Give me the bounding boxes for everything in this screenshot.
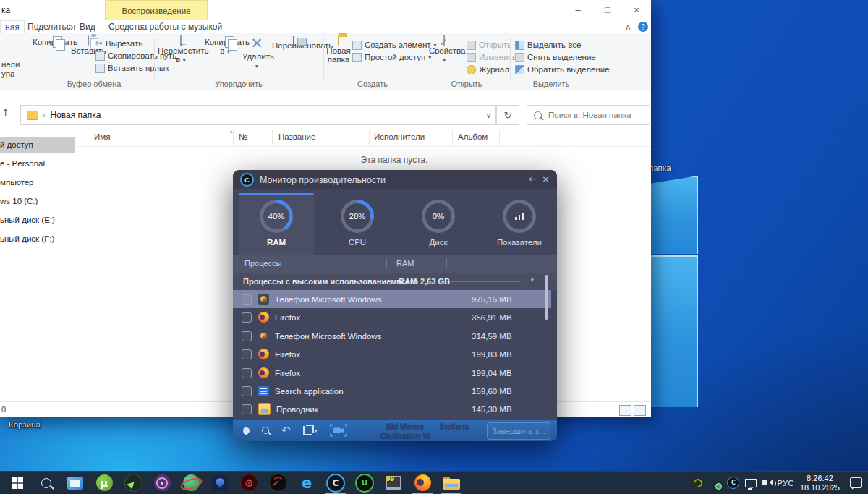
taskbar-game-icon[interactable]: [119, 472, 148, 494]
tab-home[interactable]: ная: [0, 20, 25, 34]
processes-column-header[interactable]: Процессы: [244, 259, 281, 268]
sidebar-item-this-pc[interactable]: мпьютер: [0, 174, 75, 190]
up-arrow-button[interactable]: ↑: [1, 107, 10, 119]
volume-tray-icon[interactable]: [762, 480, 767, 485]
search-input[interactable]: [547, 110, 637, 120]
taskbar-tor-icon[interactable]: [148, 472, 176, 494]
start-button[interactable]: [3, 472, 32, 494]
back-icon[interactable]: ←: [529, 174, 537, 184]
process-group-row[interactable]: Процессы с высоким использованием RAM вс…: [233, 273, 557, 290]
taskbar-shield-app-icon[interactable]: [205, 472, 234, 494]
taskbar-ie-icon[interactable]: e: [292, 472, 321, 494]
nvidia-tray-icon[interactable]: [692, 478, 704, 488]
checkbox[interactable]: [242, 349, 252, 359]
taskbar-firefox-icon[interactable]: [408, 472, 437, 494]
process-row[interactable]: Firefox356,91 MB: [233, 308, 551, 326]
process-row[interactable]: Search application159,60 MB: [233, 382, 551, 400]
pin-icon[interactable]: [242, 426, 251, 435]
checkbox[interactable]: [242, 294, 252, 305]
tab-cpu[interactable]: 28% CPU: [320, 193, 395, 255]
checkbox[interactable]: [242, 386, 252, 396]
taskbar-utorrent-icon[interactable]: µ: [90, 472, 119, 494]
minimize-button[interactable]: –: [566, 0, 590, 19]
address-dropdown-icon[interactable]: ∨: [486, 111, 491, 119]
group-collapse-icon[interactable]: ▾: [530, 276, 534, 284]
pin-to-quick-access-label-fragment[interactable]: нели упа: [1, 60, 20, 79]
edit-button[interactable]: Изменить: [467, 52, 516, 62]
process-row[interactable]: Телефон Microsoft Windows975,15 MB: [233, 290, 551, 308]
delete-button[interactable]: ✕ Удалить▾: [242, 36, 271, 71]
copy-to-button[interactable]: Копировать в ▾: [205, 36, 245, 56]
process-row[interactable]: Телефон Microsoft Windows314,59 MB: [233, 327, 551, 345]
search-box[interactable]: [527, 105, 650, 125]
column-header-title[interactable]: Название: [278, 132, 315, 141]
sidebar-item-drive-c[interactable]: ws 10 (C:): [0, 193, 75, 209]
refresh-button[interactable]: ↻: [496, 105, 519, 125]
contextual-tab-header-playback[interactable]: Воспроизведение: [105, 0, 208, 21]
checkbox[interactable]: [242, 331, 252, 341]
process-row[interactable]: Firefox199,04 MB: [233, 364, 551, 382]
address-bar[interactable]: › Новая папка ∨: [20, 105, 496, 125]
rename-button[interactable]: Переименовать: [272, 36, 323, 50]
monitor-titlebar[interactable]: C Монитор производительности ← ×: [233, 170, 557, 189]
action-center-icon[interactable]: [850, 477, 862, 488]
select-all-button[interactable]: Выделить все: [515, 40, 581, 50]
language-indicator[interactable]: РУС: [777, 479, 794, 487]
taskbar-ccleaner-icon[interactable]: C: [321, 472, 350, 494]
thumbnail-view-button[interactable]: [634, 405, 646, 416]
desktop-icon-label-recycle-bin[interactable]: Корзина: [9, 420, 41, 429]
clock[interactable]: 8:26:42 18.10.2025: [800, 474, 840, 493]
checkbox[interactable]: [242, 368, 252, 378]
taskbar-planet-icon[interactable]: [176, 472, 205, 494]
close-button[interactable]: ×: [624, 0, 649, 19]
desktop-icon-label-folder[interactable]: папка: [649, 163, 671, 172]
taskbar-search-button[interactable]: [32, 472, 61, 494]
select-none-button[interactable]: Снять выделение: [515, 52, 596, 62]
sidebar-item-drive-f[interactable]: ьный диск (F:): [0, 231, 75, 247]
magnifier-icon[interactable]: [262, 427, 269, 434]
sidebar-item-drive-e[interactable]: ьный диск (E:): [0, 212, 75, 228]
taskbar-red-gear-icon[interactable]: ⚙: [234, 472, 263, 494]
properties-button[interactable]: Свойства▾: [429, 36, 459, 65]
network-tray-icon[interactable]: [745, 479, 757, 487]
process-row[interactable]: Проводник145,30 MB: [233, 400, 551, 418]
scrollbar-thumb[interactable]: [545, 275, 548, 320]
taskbar-news-icon[interactable]: [61, 472, 90, 494]
column-header-album[interactable]: Альбом: [458, 132, 488, 141]
monitor-close-icon[interactable]: ×: [542, 174, 550, 184]
windows-security-tray-icon[interactable]: [710, 477, 721, 489]
new-item-button[interactable]: Создать элемент▾: [352, 40, 437, 50]
tab-music-tools[interactable]: Средства работы с музыкой: [109, 20, 222, 33]
undo-icon[interactable]: ↶: [281, 424, 291, 437]
crop-tool[interactable]: ▾: [303, 426, 318, 435]
taskbar-iobit-icon[interactable]: U: [350, 472, 379, 494]
invert-selection-button[interactable]: Обратить выделение: [515, 64, 610, 74]
column-header-name[interactable]: Имя: [94, 132, 110, 141]
column-header-artists[interactable]: Исполнители: [374, 132, 425, 141]
tab-ram[interactable]: 40% RAM: [239, 193, 314, 255]
record-camera-icon[interactable]: [330, 424, 347, 437]
checkbox[interactable]: [242, 404, 252, 414]
end-task-button[interactable]: Завершить з...: [487, 422, 550, 440]
tab-metrics[interactable]: Показатели: [482, 193, 557, 255]
ccleaner-tray-icon[interactable]: C: [727, 477, 739, 489]
taskbar-explorer-icon[interactable]: [437, 472, 466, 494]
tab-share[interactable]: Поделиться: [27, 20, 75, 33]
help-icon[interactable]: ?: [638, 20, 648, 33]
breadcrumb[interactable]: Новая папка: [50, 110, 101, 120]
details-view-button[interactable]: [619, 405, 631, 416]
column-header-number[interactable]: №: [239, 132, 247, 141]
copy-button[interactable]: Копировать: [33, 36, 73, 46]
history-button[interactable]: Журнал: [467, 64, 509, 74]
checkbox[interactable]: [242, 312, 252, 323]
new-folder-button[interactable]: Новаяпапка: [326, 36, 352, 64]
taskbar-speedometer-icon[interactable]: [263, 472, 292, 494]
maximize-button[interactable]: □: [595, 0, 620, 19]
easy-access-button[interactable]: Простой доступ▾: [352, 52, 431, 62]
tab-view[interactable]: Вид: [80, 20, 95, 33]
cut-button[interactable]: ✂ Вырезать: [95, 38, 142, 48]
move-to-button[interactable]: Переместить в ▾: [158, 36, 204, 65]
explorer-titlebar[interactable]: ка – □ ×: [0, 0, 651, 20]
tab-disk[interactable]: 0% Диск: [401, 193, 476, 255]
sidebar-item-onedrive[interactable]: e - Personal: [0, 156, 75, 171]
